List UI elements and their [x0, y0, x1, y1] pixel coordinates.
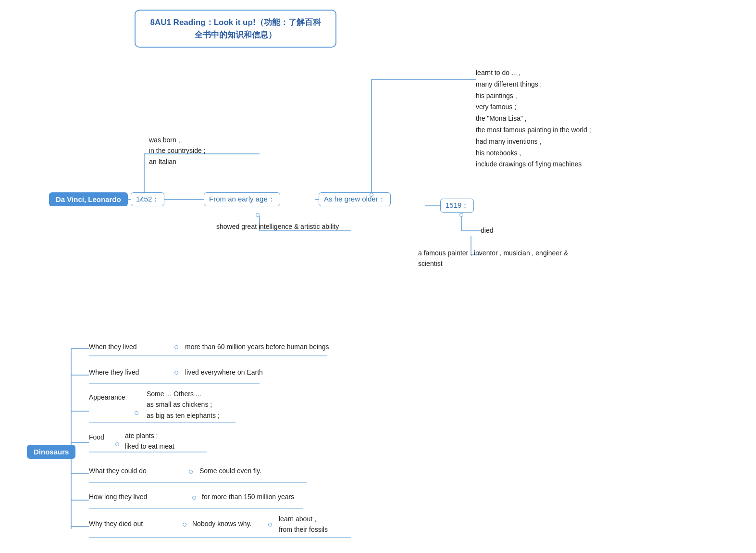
- text-grew-older: learnt to do ... , many different things…: [476, 67, 591, 170]
- row-why-extra: learn about ,from their fossils: [279, 514, 328, 535]
- row-appearance-label: Appearance: [89, 392, 125, 402]
- dot-where: [174, 371, 178, 375]
- dinosaurs-label: Dinosaurs: [27, 445, 75, 459]
- dot-howlong: [192, 496, 196, 500]
- dot-1452-top: [141, 198, 145, 201]
- text-1519-died: died: [481, 225, 493, 236]
- row-when-label: When they lived: [89, 341, 137, 352]
- text-1519-painter: a famous painter , inventor , musician ,…: [418, 248, 568, 269]
- text-early-age: showed great intelligence & artistic abi…: [216, 221, 339, 232]
- dot-what: [189, 470, 193, 474]
- node-early-age: From an early age：: [204, 192, 280, 206]
- node-grew-older: As he grew older：: [319, 192, 391, 206]
- dot-grew-top: [370, 193, 373, 197]
- row-where-label: Where they lived: [89, 367, 139, 377]
- row-why-nobody: Nobody knows why.: [192, 518, 251, 529]
- node-1519: 1519：: [440, 199, 474, 213]
- row-appearance-value: Some ... Others ...as small as chickens …: [147, 389, 220, 421]
- row-what-label: What they could do: [89, 465, 147, 476]
- row-what-value: Some could even fly.: [199, 465, 261, 476]
- title-box: 8AU1 Reading：Look it up!（功能：了解百科 全书中的知识和…: [135, 10, 336, 48]
- row-howlong-label: How long they lived: [89, 491, 147, 502]
- dot-food: [115, 442, 119, 446]
- dot-early-bottom: [256, 213, 260, 217]
- dot-1519-bottom: [459, 213, 463, 217]
- dot-why: [183, 523, 186, 527]
- row-food-value: ate plants ;liked to eat meat: [125, 430, 174, 452]
- title-line1: 8AU1 Reading：Look it up!（功能：了解百科: [150, 18, 321, 27]
- davinci-label: Da Vinci, Leonardo: [49, 192, 128, 206]
- row-when-value: more than 60 million years before human …: [185, 341, 329, 352]
- row-why-label: Why they died out: [89, 518, 143, 529]
- title-line2: 全书中的知识和信息）: [195, 30, 276, 39]
- row-where-value: lived everywhere on Earth: [185, 367, 263, 377]
- text-1452-birth: was born , in the countryside ; an Itali…: [149, 135, 206, 167]
- dot-why2: [268, 523, 272, 527]
- row-food-label: Food: [89, 432, 104, 442]
- row-howlong-value: for more than 150 million years: [202, 491, 294, 502]
- dot-appearance: [135, 411, 138, 415]
- node-1452: 1452：: [131, 192, 164, 206]
- dot-when: [174, 345, 178, 349]
